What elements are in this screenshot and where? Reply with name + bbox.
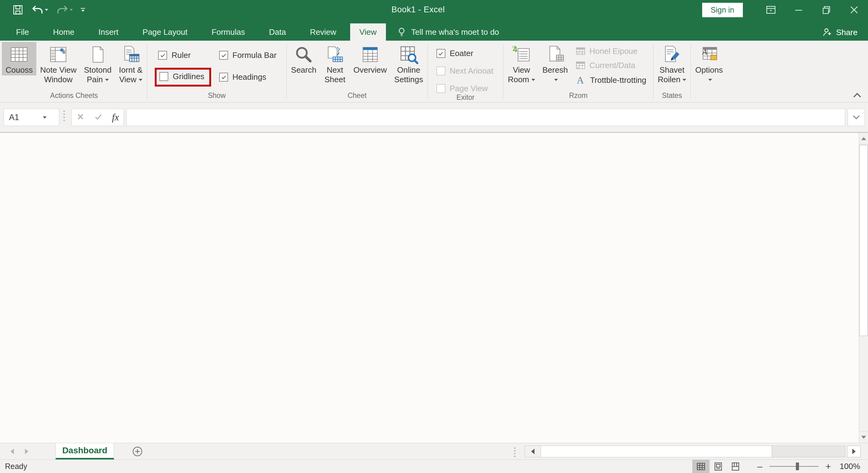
group-states: Shavet Roilen States [654, 41, 690, 102]
insert-function-button[interactable]: fx [112, 112, 119, 123]
note-view-window-button[interactable]: Note View Window [36, 42, 80, 85]
tab-view[interactable]: View [350, 24, 386, 41]
normal-view-icon[interactable] [692, 460, 710, 473]
checkbox-eoater[interactable]: Eoater [436, 49, 494, 58]
restore-button[interactable] [812, 0, 840, 20]
redo-button[interactable] [56, 4, 73, 15]
tab-scrollbar-splitter[interactable] [514, 447, 516, 457]
undo-dropdown-icon[interactable] [45, 9, 48, 11]
name-box-input[interactable] [4, 113, 41, 122]
next-sheet-icon [325, 44, 344, 65]
vertical-scrollbar[interactable] [859, 133, 868, 443]
group-divider [286, 44, 287, 99]
dropdown-caret-icon [554, 79, 558, 81]
formula-bar-splitter[interactable] [63, 110, 65, 121]
iornt-view-button[interactable]: Iornt & View [115, 42, 147, 85]
tab-home[interactable]: Home [44, 24, 84, 41]
vertical-scrollbar-thumb[interactable] [859, 145, 868, 336]
tab-review[interactable]: Review [301, 24, 345, 41]
tab-formulas[interactable]: Formulas [202, 24, 254, 41]
ribbon-tab-row: File Home Insert Page Layout Formulas Da… [0, 20, 868, 41]
excel-window: Book1 - Excel Sign in File Home Insert P… [0, 0, 868, 473]
checkbox-label: Eoater [450, 49, 473, 58]
group-label [691, 100, 726, 102]
formula-input[interactable] [127, 109, 845, 126]
zoom-slider[interactable] [769, 466, 819, 467]
save-icon[interactable] [12, 4, 24, 15]
lightbulb-icon [396, 27, 407, 37]
small-table-icon [576, 60, 586, 70]
next-sheet-button[interactable]: Next Sheet [320, 42, 349, 85]
sheet-nav-arrows [10, 449, 28, 454]
expand-formula-bar-icon[interactable] [848, 109, 865, 126]
search-icon [294, 44, 313, 65]
worksheet-canvas[interactable] [0, 132, 868, 443]
group-label: Cheet [287, 92, 427, 102]
shavet-roilen-button[interactable]: Shavet Roilen [654, 42, 690, 85]
formula-input-box[interactable] [126, 109, 845, 126]
next-sheet-icon[interactable] [25, 449, 28, 454]
current-data-button: Current/Data [576, 60, 646, 70]
checkbox-box [159, 72, 168, 81]
redo-dropdown-icon[interactable] [70, 9, 73, 11]
zoom-out-button[interactable]: – [756, 461, 764, 472]
sign-in-button[interactable]: Sign in [702, 3, 743, 17]
close-button[interactable] [840, 0, 868, 20]
checkbox-gridlines[interactable]: Gridlines [159, 72, 204, 81]
page-break-preview-icon[interactable] [727, 460, 744, 473]
previous-sheet-icon[interactable] [10, 449, 14, 454]
enter-check-icon[interactable] [94, 113, 103, 122]
overview-button[interactable]: Overview [349, 42, 390, 75]
search-button[interactable]: Search [287, 42, 320, 75]
online-settings-button[interactable]: Online Settings [391, 42, 427, 85]
tab-file[interactable]: File [7, 24, 38, 41]
horizontal-scrollbar[interactable] [525, 446, 845, 457]
stotond-pain-button[interactable]: Stotond Pain [80, 42, 115, 85]
window-title: Book1 - Excel [392, 5, 445, 14]
minimize-button[interactable] [785, 0, 812, 20]
sheet-tab-dashboard[interactable]: Dashboard [56, 443, 114, 460]
ribbon-display-options-icon[interactable] [757, 0, 785, 20]
zoom-slider-thumb[interactable] [796, 463, 799, 470]
group-cheet: Search Next Sheet Overview [287, 41, 427, 102]
share-button[interactable]: Share [822, 27, 858, 38]
couoss-button[interactable]: Couoss [2, 42, 36, 75]
customize-quick-access-icon[interactable] [81, 8, 85, 12]
checkbox-formula-bar[interactable]: Formula Bar [219, 50, 277, 60]
view-room-button[interactable]: 4 View Room [504, 42, 538, 85]
tell-me-box[interactable]: Tell me wha's moet to do [396, 24, 499, 41]
tab-data[interactable]: Data [260, 24, 295, 41]
scroll-up-icon[interactable] [859, 133, 868, 144]
name-box-dropdown-icon[interactable] [43, 116, 46, 119]
options-button[interactable]: A Options [691, 42, 726, 85]
collapse-ribbon-icon[interactable] [852, 92, 862, 100]
horizontal-scrollbar-thumb[interactable] [541, 446, 772, 457]
name-box[interactable] [4, 109, 59, 126]
options-table-icon: A [700, 44, 718, 65]
checkbox-ruler[interactable]: Ruler [158, 50, 206, 60]
trottble-ttrotting-button[interactable]: A Trottble-ttrotting [576, 74, 646, 86]
small-button-label: Honel Eipoue [589, 46, 638, 56]
zoom-level-label[interactable]: 100% [840, 462, 860, 471]
status-ready-label: Ready [5, 462, 27, 471]
checkbox-label: Formula Bar [232, 50, 277, 60]
blank-page-icon [88, 44, 107, 65]
new-sheet-icon[interactable] [132, 446, 143, 458]
page-table-icon [121, 44, 140, 65]
scroll-left-icon[interactable] [525, 446, 541, 457]
scroll-down-icon[interactable] [859, 431, 868, 443]
checkbox-page-view: Page View [436, 84, 494, 93]
scroll-right-icon[interactable] [847, 446, 861, 457]
small-table-icon [576, 46, 586, 56]
tab-insert[interactable]: Insert [89, 24, 128, 41]
dropdown-caret-icon [531, 79, 535, 81]
undo-button[interactable] [31, 4, 48, 15]
checkbox-headings[interactable]: Headings [219, 72, 277, 82]
zoom-in-button[interactable]: + [824, 461, 832, 472]
cancel-icon[interactable] [76, 113, 85, 122]
tab-page-layout[interactable]: Page Layout [133, 24, 197, 41]
beresh-button[interactable]: Beresh [539, 42, 571, 85]
checkbox-box [436, 84, 445, 93]
dropdown-caret-icon [139, 79, 143, 81]
page-layout-view-icon[interactable] [710, 460, 727, 473]
